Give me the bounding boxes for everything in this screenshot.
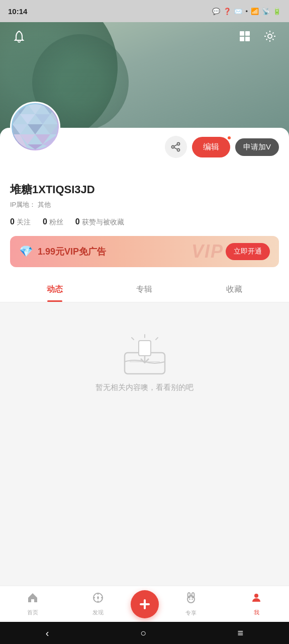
vip-banner-left: 💎 1.99元VIP免广告 xyxy=(19,245,106,258)
svg-line-29 xyxy=(174,144,177,146)
nav-me[interactable]: 我 xyxy=(224,592,289,616)
chat-icon: 💬 xyxy=(212,8,220,15)
battery-icon: 🔋 xyxy=(273,8,281,15)
tab-activity[interactable]: 动态 xyxy=(10,277,100,302)
svg-point-26 xyxy=(177,143,179,145)
edit-btn-notification-dot xyxy=(227,135,232,140)
vip-watermark: VIP xyxy=(191,241,224,262)
ip-location-label: IP属地： xyxy=(10,201,36,208)
profile-card: 编辑 申请加V 堆糖1XTIQSI3JD IP属地： 其他 0 关注 0 粉丝 … xyxy=(0,128,289,302)
wifi-icon: 📶 xyxy=(251,8,259,15)
signal-dot: • xyxy=(245,8,248,15)
svg-rect-44 xyxy=(140,603,150,605)
empty-state: 暂无相关内容噢，看看别的吧 xyxy=(0,302,289,413)
empty-icon xyxy=(120,333,170,373)
edit-profile-button[interactable]: 编辑 xyxy=(192,137,230,157)
me-icon xyxy=(250,592,262,607)
status-bar: 10:14 💬 ❓ ✉️ • 📶 📡 🔋 xyxy=(0,0,289,22)
following-count: 0 xyxy=(10,217,15,226)
android-back-button[interactable]: ‹ xyxy=(36,623,59,643)
top-navigation xyxy=(0,22,289,50)
avatar-image xyxy=(13,104,58,149)
avatar xyxy=(10,102,60,152)
nav-exclusive-label: 专享 xyxy=(185,609,197,617)
svg-rect-2 xyxy=(245,31,250,36)
empty-state-text: 暂无相关内容噢，看看别的吧 xyxy=(95,383,194,392)
svg-marker-38 xyxy=(97,596,99,600)
svg-point-50 xyxy=(254,594,258,598)
avatar-wrapper xyxy=(10,102,60,152)
svg-rect-4 xyxy=(245,37,250,41)
likes-count: 0 xyxy=(75,217,80,226)
vip-banner[interactable]: 💎 1.99元VIP免广告 VIP 立即开通 xyxy=(10,236,279,267)
following-label: 关注 xyxy=(17,218,31,227)
vip-diamond-icon: 💎 xyxy=(19,245,33,258)
android-nav-bar: ‹ ○ ≡ xyxy=(0,622,289,644)
status-icons: 💬 ❓ ✉️ • 📶 📡 🔋 xyxy=(212,8,281,15)
exclusive-icon xyxy=(184,591,198,607)
android-menu-button[interactable]: ≡ xyxy=(228,623,254,643)
discover-icon xyxy=(92,592,104,607)
vip-open-button[interactable]: 立即开通 xyxy=(226,243,270,260)
svg-point-48 xyxy=(189,599,190,600)
email-icon: ✉️ xyxy=(234,8,242,15)
tab-album[interactable]: 专辑 xyxy=(100,277,189,302)
home-icon xyxy=(27,592,39,607)
svg-line-34 xyxy=(132,338,134,340)
status-time: 10:14 xyxy=(8,7,27,16)
svg-point-49 xyxy=(192,599,193,600)
svg-point-0 xyxy=(18,40,20,42)
svg-rect-32 xyxy=(139,341,151,356)
ip-location: IP属地： 其他 xyxy=(10,200,279,209)
tab-favorites[interactable]: 收藏 xyxy=(189,277,279,302)
nav-home[interactable]: 首页 xyxy=(0,592,65,616)
profile-tabs: 动态 专辑 收藏 xyxy=(0,277,289,302)
svg-point-27 xyxy=(171,146,174,148)
svg-rect-3 xyxy=(240,37,244,41)
nav-me-label: 我 xyxy=(254,609,259,616)
ip-location-value: 其他 xyxy=(38,201,51,208)
likes-stat[interactable]: 0 获赞与被收藏 xyxy=(75,217,124,227)
nav-discover-label: 发现 xyxy=(92,609,104,616)
notification-bell-icon[interactable] xyxy=(10,27,28,45)
nav-discover[interactable]: 发现 xyxy=(65,592,131,616)
top-nav-right-icons xyxy=(236,27,279,45)
signal-icon: 📡 xyxy=(262,8,270,15)
svg-rect-1 xyxy=(240,31,244,36)
android-home-button[interactable]: ○ xyxy=(130,623,156,643)
svg-point-5 xyxy=(268,34,272,38)
followers-stat[interactable]: 0 粉丝 xyxy=(43,217,63,227)
settings-icon[interactable] xyxy=(261,27,279,45)
followers-count: 0 xyxy=(43,217,47,226)
following-stat[interactable]: 0 关注 xyxy=(10,217,31,227)
followers-label: 粉丝 xyxy=(49,218,63,227)
nav-create-button[interactable] xyxy=(131,590,159,618)
stats-row: 0 关注 0 粉丝 0 获赞与被收藏 xyxy=(10,217,279,227)
nav-exclusive[interactable]: 专享 xyxy=(159,591,224,617)
svg-point-45 xyxy=(187,596,195,603)
vip-banner-text: 1.99元VIP免广告 xyxy=(38,246,106,258)
question-icon: ❓ xyxy=(223,8,231,15)
likes-label: 获赞与被收藏 xyxy=(82,218,124,227)
svg-line-30 xyxy=(174,147,177,149)
grid-icon[interactable] xyxy=(236,27,254,45)
share-button[interactable] xyxy=(165,136,187,158)
bottom-navigation: 首页 发现 xyxy=(0,586,289,622)
apply-v-button[interactable]: 申请加V xyxy=(235,138,279,156)
nav-home-label: 首页 xyxy=(27,609,38,616)
svg-point-28 xyxy=(177,149,179,151)
svg-line-36 xyxy=(156,338,158,340)
username: 堆糖1XTIQSI3JD xyxy=(10,182,279,197)
